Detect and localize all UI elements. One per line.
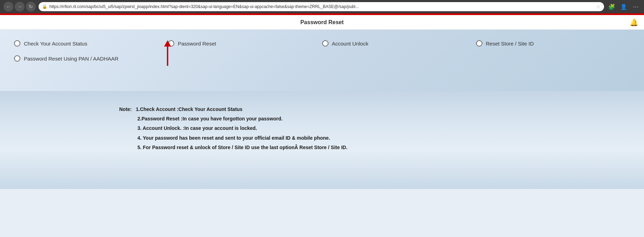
forward-button[interactable]: →: [15, 2, 25, 12]
arrow-head: [164, 40, 171, 47]
notes-section: Note: 1.Check Account :Check Your Accoun…: [0, 91, 644, 189]
profile-button[interactable]: 👤: [619, 2, 629, 12]
refresh-button[interactable]: ↻: [26, 2, 36, 12]
option-password-reset-pan-label: Password Reset Using PAN / AADHAAR: [24, 56, 118, 62]
note-line-5-container: 5. For Password reset & unlock of Store …: [119, 143, 644, 152]
radio-check-account[interactable]: [14, 40, 20, 47]
note-content: Note: 1.Check Account :Check Your Accoun…: [119, 105, 644, 152]
note-line-4: 4. Your password has been reset and sent…: [137, 135, 330, 141]
options-panel: Check Your Account Status Password Reset…: [0, 30, 644, 91]
radio-account-unlock[interactable]: [322, 40, 328, 47]
note-line-3-container: 3. Account Unlock. :In case your account…: [119, 124, 644, 133]
note-line-4-container: 4. Your password has been reset and sent…: [119, 134, 644, 142]
note-line-2: 2.Password Reset :In case you have forgo…: [137, 116, 283, 121]
url-text: https://rrfiori.ril.com/sap/bc/ui5_ui5/s…: [49, 4, 594, 9]
bookmark-icon: ☆: [596, 4, 601, 9]
option-check-account-label: Check Your Account Status: [24, 41, 87, 47]
arrow-annotation: [164, 40, 171, 66]
option-reset-store[interactable]: Reset Store / Site ID: [476, 40, 630, 47]
option-password-reset[interactable]: Password Reset: [168, 40, 322, 47]
app-header: Password Reset 🔔: [0, 15, 644, 30]
note-line-1: 1.Check Account :Check Your Account Stat…: [136, 106, 242, 112]
address-bar[interactable]: 🔒 https://rrfiori.ril.com/sap/bc/ui5_ui5…: [39, 2, 604, 11]
option-account-unlock[interactable]: Account Unlock: [322, 40, 476, 47]
option-account-unlock-label: Account Unlock: [332, 41, 368, 47]
arrow-shaft: [167, 47, 168, 66]
options-row-1: Check Your Account Status Password Reset…: [14, 40, 630, 47]
menu-button[interactable]: ⋯: [631, 2, 640, 12]
lock-icon: 🔒: [42, 4, 47, 9]
browser-action-buttons: 🧩 👤 ⋯: [607, 2, 640, 12]
app-title: Password Reset: [300, 19, 344, 26]
option-password-reset-label: Password Reset: [178, 41, 216, 47]
back-button[interactable]: ←: [4, 2, 13, 12]
notification-icon[interactable]: 🔔: [630, 18, 638, 27]
note-line-3: 3. Account Unlock. :In case your account…: [137, 125, 257, 131]
radio-password-reset-pan[interactable]: [14, 55, 20, 62]
note-header-line: Note: 1.Check Account :Check Your Accoun…: [119, 105, 644, 114]
radio-reset-store[interactable]: [476, 40, 482, 47]
browser-chrome: ← → ↻ 🔒 https://rrfiori.ril.com/sap/bc/u…: [0, 0, 644, 13]
note-line-2-container: 2.Password Reset :In case you have forgo…: [119, 114, 644, 123]
note-label: Note:: [119, 106, 132, 112]
option-password-reset-pan[interactable]: Password Reset Using PAN / AADHAAR: [14, 55, 118, 62]
note-line-5: 5. For Password reset & unlock of Store …: [137, 145, 347, 150]
options-row-2: Password Reset Using PAN / AADHAAR: [14, 55, 630, 62]
option-check-account[interactable]: Check Your Account Status: [14, 40, 168, 47]
option-reset-store-label: Reset Store / Site ID: [486, 41, 534, 47]
extensions-button[interactable]: 🧩: [607, 2, 617, 12]
nav-buttons: ← → ↻: [4, 2, 36, 12]
